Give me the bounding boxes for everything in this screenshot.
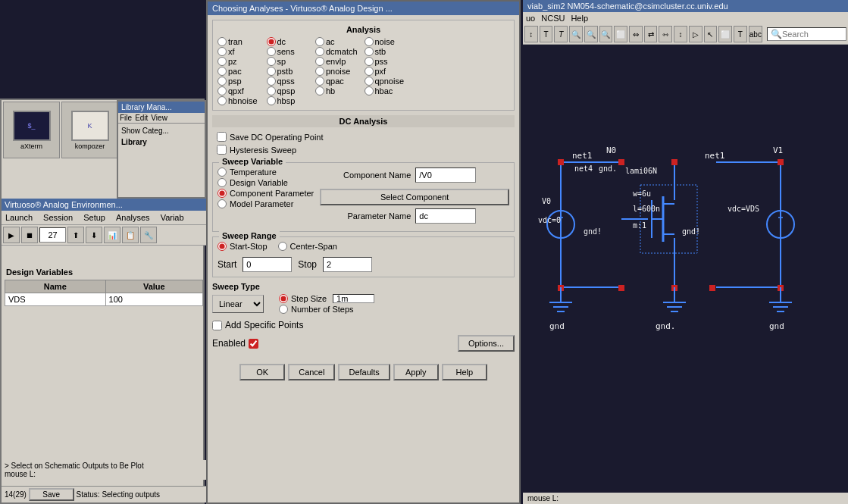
ok-button[interactable]: OK [239,364,285,380]
toolbar-btn3[interactable]: ⬆ [67,227,84,243]
sch-tool-sel[interactable]: ▷ [689,26,702,42]
radio-pz[interactable]: pz [217,57,265,66]
radio-model-param[interactable]: Model Parameter [217,199,314,208]
lib-menu-edit[interactable]: Edit [135,114,148,122]
lib-menu-file[interactable]: File [120,114,132,122]
toolbar-btn1[interactable]: ▶ [3,227,20,243]
radio-step-size[interactable]: Step Size [279,294,374,303]
sch-tool-8[interactable]: ⇔ [629,26,643,42]
dv-row-1[interactable]: VDS 100 [5,293,203,306]
sweep-variable-section: Sweep Variable Temperature Design Variab… [212,162,515,232]
toolbar-btn6[interactable]: 📋 [122,227,139,243]
start-input[interactable] [243,257,292,272]
sch-tool-box[interactable]: ⬜ [718,26,732,42]
radio-sens[interactable]: sens [267,47,314,56]
radio-envlp[interactable]: envlp [315,57,363,66]
enabled-checkbox[interactable] [249,339,258,349]
radio-hbnoise[interactable]: hbnoise [217,96,265,105]
radio-hb[interactable]: hb [315,86,363,95]
radio-pss[interactable]: pss [365,57,412,66]
radio-qpnoise[interactable]: qpnoise [365,77,412,86]
radio-center-span[interactable]: Center-Span [278,242,337,251]
radio-qpac[interactable]: qpac [315,77,363,86]
radio-qpxf[interactable]: qpxf [217,86,265,95]
save-dc-label[interactable]: Save DC Operating Point [217,132,324,142]
radio-pstb[interactable]: pstb [267,67,314,76]
step-size-input[interactable] [333,294,374,303]
radio-stb[interactable]: stb [365,47,412,56]
sch-tool-6[interactable]: 🔍 [599,26,613,42]
options-button[interactable]: Options... [458,335,515,352]
lib-menu-view[interactable]: View [151,114,167,122]
toolbar-btn5[interactable]: 📊 [104,227,120,243]
radio-qpsp[interactable]: qpsp [267,86,314,95]
menu-launch[interactable]: Launch [3,212,35,223]
add-specific-points-label[interactable]: Add Specific Points [212,320,303,330]
hysteresis-checkbox[interactable] [217,145,227,155]
menu-analyses[interactable]: Analyses [114,212,152,223]
component-name-input[interactable] [415,167,476,183]
menu-setup[interactable]: Setup [81,212,108,223]
radio-num-steps[interactable]: Number of Steps [279,305,374,314]
radio-design-var[interactable]: Design Variable [217,178,314,187]
radio-noise[interactable]: noise [365,37,412,46]
radio-psp[interactable]: psp [217,77,265,86]
radio-hbsp[interactable]: hbsp [267,96,314,105]
radio-qpss[interactable]: qpss [267,77,314,86]
parameter-name-input[interactable] [415,208,476,224]
radio-dc[interactable]: dc [267,37,314,46]
radio-dcmatch[interactable]: dcmatch [315,47,363,56]
add-specific-points-checkbox[interactable] [212,321,222,330]
menu-uo[interactable]: uo [526,14,535,23]
radio-tran[interactable]: tran [217,37,265,46]
show-categories-btn[interactable]: Show Categ... [121,127,202,135]
radio-start-stop[interactable]: Start-Stop [217,242,268,251]
toolbar-btn2[interactable]: ⏹ [21,227,38,243]
stop-input[interactable] [323,257,372,272]
sch-tool-abc[interactable]: abc [749,26,762,42]
menu-session[interactable]: Session [41,212,75,223]
radio-pnoise[interactable]: pnoise [315,67,363,76]
sch-tool-T[interactable]: T [734,26,747,42]
help-button[interactable]: Help [442,364,487,380]
sweep-type-select[interactable]: Linear Log Custom [212,295,264,313]
axterm-icon[interactable]: $_ aXterm [3,102,60,158]
save-button[interactable]: Save [29,488,74,501]
radio-ac[interactable]: ac [315,37,363,46]
kompozer-icon[interactable]: K kompozer [61,102,118,158]
cancel-button[interactable]: Cancel [288,364,335,380]
save-dc-checkbox[interactable] [217,132,227,142]
select-component-button[interactable]: Select Component [320,189,509,205]
component-name-row: Component Name [320,167,509,183]
sch-tool-4[interactable]: 🔍 [569,26,583,42]
sch-tool-7[interactable]: ⬜ [614,26,627,42]
sch-tool-9[interactable]: ⇄ [644,26,658,42]
enabled-label: Enabled [212,338,246,349]
menu-variab[interactable]: Variab [158,212,186,223]
menu-ncsu[interactable]: NCSU [541,14,565,23]
radio-pac[interactable]: pac [217,67,265,76]
radio-xf[interactable]: xf [217,47,265,56]
radio-pxf[interactable]: pxf [365,67,412,76]
defaults-button[interactable]: Defaults [338,364,390,380]
radio-comp-param[interactable]: Component Parameter [217,189,314,198]
toolbar-value-input[interactable] [39,227,66,243]
sch-tool-2[interactable]: T [540,26,553,42]
apply-button[interactable]: Apply [393,364,439,380]
sch-tool-10[interactable]: ⇿ [659,26,672,42]
library-btn[interactable]: Library [121,138,202,146]
radio-hbac[interactable]: hbac [365,86,412,95]
toolbar-btn4[interactable]: ⬇ [86,227,102,243]
menu-help[interactable]: Help [571,14,588,23]
search-input[interactable] [782,30,843,39]
sch-tool-1[interactable]: ↕ [524,26,538,42]
radio-temp[interactable]: Temperature [217,167,314,177]
netlabel-N0: N0 [606,146,616,155]
sch-tool-3[interactable]: T [554,26,568,42]
sch-tool-ptr[interactable]: ↖ [704,26,718,42]
hysteresis-label[interactable]: Hysteresis Sweep [217,145,296,155]
radio-sp[interactable]: sp [267,57,314,66]
toolbar-btn7[interactable]: 🔧 [140,227,157,243]
sch-tool-11[interactable]: ↕ [674,26,687,42]
sch-tool-5[interactable]: 🔍 [584,26,598,42]
